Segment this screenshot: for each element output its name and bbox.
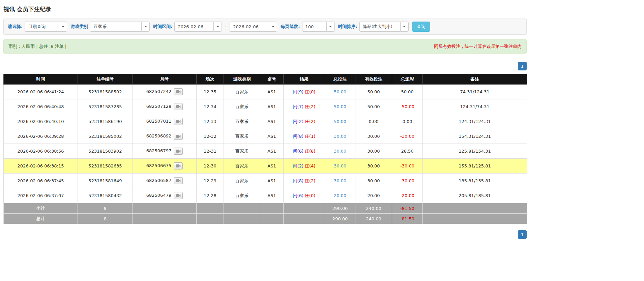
- round-id-text: 682506892: [146, 133, 171, 138]
- valid-bet-cell: 50.00: [355, 99, 392, 114]
- player-result: 闲(7): [293, 104, 303, 109]
- table-row: 2026-02-06 06:37:07 523181580432 6825064…: [4, 188, 527, 203]
- summary-bar: 币别：人民币 | 总共 :8 注单 | 同局有效投注，统一计算在该局第一张注单内: [3, 39, 527, 54]
- video-replay-button[interactable]: [174, 88, 183, 95]
- total-bet-link[interactable]: 50.00: [334, 89, 346, 94]
- game-type-label: 游戏类别: [70, 24, 88, 30]
- game-type-cell: 百家乐: [224, 159, 260, 174]
- round-id-text: 682507128: [146, 104, 171, 109]
- range-separator: ~: [224, 24, 228, 29]
- subtotal-row: 小计 8 290.00 240.00 -81.50: [4, 203, 527, 214]
- total-bet-link[interactable]: 30.00: [334, 134, 346, 139]
- date-start-select[interactable]: 2026-02-06: [174, 22, 222, 32]
- video-camera-icon: [176, 179, 181, 183]
- column-header-4: 游戏类别: [224, 74, 260, 85]
- video-replay-button[interactable]: [174, 177, 183, 184]
- total-bet-cell: 30.00: [325, 144, 355, 159]
- caret-down-icon[interactable]: [59, 22, 67, 32]
- column-header-8: 有效投注: [355, 74, 392, 85]
- total-bet-cell: 50.00: [325, 99, 355, 114]
- date-start-value: 2026-02-06: [174, 22, 213, 32]
- round-id-text: 682506479: [146, 193, 171, 198]
- valid-bet-cell: 30.00: [355, 144, 392, 159]
- bet-records-table: 时间注单编号局号场次游戏类别桌号结果总投注有效投注总派彩备注 2026-02-0…: [3, 74, 527, 224]
- video-replay-button[interactable]: [174, 118, 183, 125]
- caret-down-icon[interactable]: [141, 22, 150, 32]
- round-id-cell: 682507011: [133, 114, 197, 129]
- session-cell: 12-34: [197, 99, 224, 114]
- caret-down-icon[interactable]: [326, 22, 335, 32]
- table-header-row: 时间注单编号局号场次游戏类别桌号结果总投注有效投注总派彩备注: [4, 74, 527, 85]
- total-bet-link[interactable]: 50.00: [334, 104, 346, 109]
- video-replay-button[interactable]: [174, 162, 183, 169]
- pagination-bottom: 1: [3, 230, 527, 239]
- round-id-cell: 682507242: [133, 85, 197, 99]
- sort-order-select[interactable]: 降幂(由大到小): [359, 22, 409, 32]
- footer-empty-cell: [423, 203, 527, 214]
- page-size-select[interactable]: 100: [302, 22, 335, 32]
- column-header-3: 场次: [197, 74, 224, 85]
- order-id-cell: 523181585002: [78, 129, 133, 144]
- total-payout: -81.50: [392, 214, 423, 224]
- remark-cell: 185.81/155.81: [423, 174, 527, 188]
- total-bet-link[interactable]: 20.00: [334, 193, 346, 198]
- total-bet-cell: 50.00: [325, 85, 355, 99]
- page-1-button[interactable]: 1: [518, 62, 527, 70]
- table-row: 2026-02-06 06:40:10 523181586190 6825070…: [4, 114, 527, 129]
- order-id-cell: 523181586190: [78, 114, 133, 129]
- total-count: 8: [78, 214, 133, 224]
- video-replay-button[interactable]: [174, 103, 183, 110]
- payout-cell: 28.50: [392, 144, 423, 159]
- game-type-select[interactable]: 百家乐: [90, 22, 150, 32]
- remark-cell: 155.81/125.81: [423, 159, 527, 174]
- payout-cell: 50.00: [392, 85, 423, 99]
- video-camera-icon: [176, 194, 181, 197]
- time-cell: 2026-02-06 06:40:10: [4, 114, 78, 129]
- total-bet-link[interactable]: 30.00: [334, 149, 346, 154]
- footer-empty-cell: [133, 214, 197, 224]
- total-bet-link[interactable]: 30.00: [334, 163, 346, 168]
- table-number-cell: AS1: [260, 129, 284, 144]
- column-header-7: 总投注: [325, 74, 355, 85]
- currency-summary-text: 币别：人民币 | 总共 :8 注单 |: [8, 43, 66, 50]
- page-1-button[interactable]: 1: [518, 230, 527, 239]
- round-id-text: 682506675: [146, 163, 171, 168]
- valid-bet-cell: 20.00: [355, 188, 392, 203]
- order-id-cell: 523181588502: [78, 85, 133, 99]
- video-replay-button[interactable]: [174, 133, 183, 140]
- footer-empty-cell: [284, 214, 325, 224]
- subtotal-valid-bet: 240.00: [355, 203, 392, 214]
- video-replay-button[interactable]: [174, 192, 183, 199]
- search-button[interactable]: 查询: [412, 22, 430, 32]
- total-bet-link[interactable]: 50.00: [334, 119, 346, 124]
- table-number-cell: AS1: [260, 188, 284, 203]
- payout-cell: 0.00: [392, 114, 423, 129]
- game-type-cell: 百家乐: [224, 188, 260, 203]
- footer-empty-cell: [260, 214, 284, 224]
- column-header-10: 备注: [423, 74, 527, 85]
- total-bet-link[interactable]: 30.00: [334, 178, 346, 183]
- caret-down-icon[interactable]: [269, 22, 277, 32]
- date-end-select[interactable]: 2026-02-06: [230, 22, 277, 32]
- footer-empty-cell: [284, 203, 325, 214]
- table-row: 2026-02-06 06:40:48 523181587285 6825071…: [4, 99, 527, 114]
- order-id-cell: 523181582635: [78, 159, 133, 174]
- table-row: 2026-02-06 06:41:24 523181588502 6825072…: [4, 85, 527, 99]
- query-type-select[interactable]: 日期查询: [25, 22, 67, 32]
- banker-result: 庄(0): [305, 89, 315, 94]
- column-header-5: 桌号: [260, 74, 284, 85]
- column-header-6: 结果: [284, 74, 325, 85]
- date-end-value: 2026-02-06: [230, 22, 269, 32]
- video-replay-button[interactable]: [174, 148, 183, 155]
- result-cell: 闲(9)庄(0): [284, 85, 325, 99]
- subtotal-total-bet: 290.00: [325, 203, 355, 214]
- column-header-1: 注单编号: [78, 74, 133, 85]
- time-cell: 2026-02-06 06:38:56: [4, 144, 78, 159]
- footer-empty-cell: [197, 203, 224, 214]
- order-id-cell: 523181587285: [78, 99, 133, 114]
- caret-down-icon[interactable]: [213, 22, 222, 32]
- subtotal-label: 小计: [4, 203, 78, 214]
- game-type-cell: 百家乐: [224, 144, 260, 159]
- caret-down-icon[interactable]: [400, 22, 409, 32]
- valid-bet-cell: 30.00: [355, 159, 392, 174]
